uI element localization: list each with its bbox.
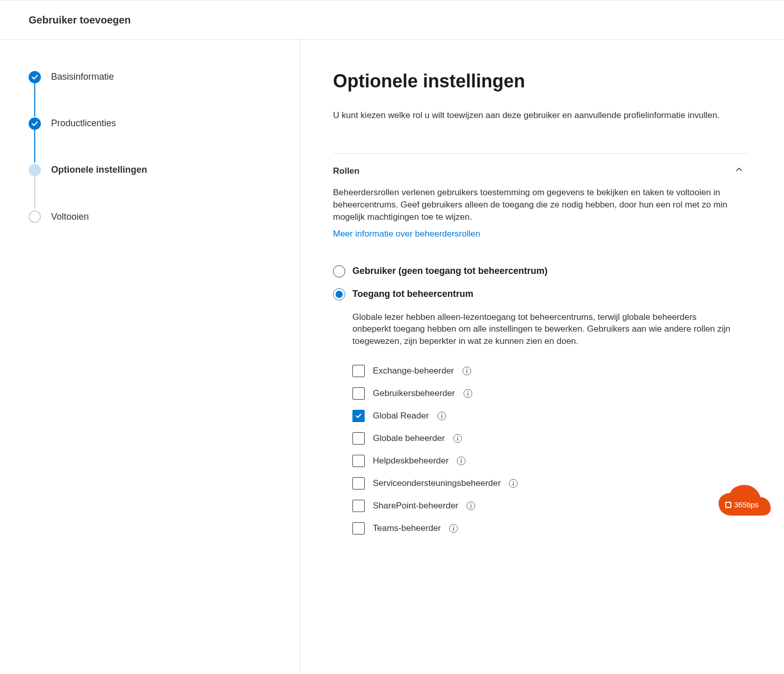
- svg-point-1: [466, 369, 467, 370]
- checkbox-label: Gebruikersbeheerder: [373, 387, 455, 400]
- role-teams-beheerder[interactable]: Teams-beheerder: [352, 522, 731, 534]
- svg-point-22: [453, 526, 454, 527]
- roles-description: Beheerdersrollen verlenen gebruikers toe…: [333, 187, 731, 223]
- step-basisinformatie[interactable]: Basisinformatie: [29, 71, 271, 83]
- checkbox-icon: [352, 365, 365, 377]
- step-connector: [34, 129, 35, 162]
- checkbox-label: Serviceondersteuningsbeheerder: [373, 477, 501, 490]
- wizard-header: Gebruiker toevoegen: [0, 1, 784, 40]
- role-global-reader[interactable]: Global Reader: [352, 410, 731, 422]
- accordion-rollen-body: Beheerdersrollen verlenen gebruikers toe…: [333, 187, 731, 560]
- checkmark-icon: [29, 71, 41, 83]
- info-icon[interactable]: [509, 479, 518, 488]
- svg-rect-20: [470, 505, 471, 508]
- checkbox-label: Teams-beheerder: [373, 522, 441, 534]
- svg-rect-8: [441, 415, 442, 418]
- 365tips-badge[interactable]: 365tips: [717, 485, 772, 516]
- chevron-up-icon: [735, 166, 743, 177]
- page-title: Optionele instellingen: [333, 68, 747, 94]
- checkbox-label: Globale beheerder: [373, 432, 445, 445]
- checkbox-icon: [352, 387, 365, 400]
- checkbox-label: Global Reader: [373, 410, 429, 422]
- info-icon[interactable]: [449, 524, 458, 533]
- svg-point-13: [461, 459, 462, 460]
- svg-rect-23: [453, 527, 454, 530]
- accordion-rollen-header[interactable]: Rollen: [333, 154, 747, 187]
- badge-text: 365tips: [725, 499, 758, 510]
- accordion-title: Rollen: [333, 165, 360, 177]
- role-helpdeskbeheerder[interactable]: Helpdeskbeheerder: [352, 455, 731, 467]
- svg-point-4: [467, 391, 468, 392]
- svg-rect-25: [726, 503, 730, 507]
- info-icon[interactable]: [466, 501, 476, 510]
- step-productlicenties[interactable]: Productlicenties: [29, 117, 271, 130]
- admin-roles-list: Exchange-beheerder Gebruikersbeheerder G…: [352, 365, 731, 534]
- page-description: U kunt kiezen welke rol u wilt toewijzen…: [333, 109, 742, 122]
- svg-rect-17: [513, 482, 514, 485]
- step-pending-icon: [29, 211, 41, 223]
- role-sharepoint-beheerder[interactable]: SharePoint-beheerder: [352, 500, 731, 512]
- info-icon[interactable]: [457, 456, 466, 466]
- svg-rect-2: [466, 370, 467, 373]
- access-radio-group: Gebruiker (geen toegang tot beheercentru…: [333, 265, 731, 534]
- checkbox-label: Helpdeskbeheerder: [373, 455, 448, 467]
- step-label: Productlicenties: [51, 117, 116, 130]
- checkbox-icon: [352, 410, 365, 422]
- radio-user-no-admin[interactable]: Gebruiker (geen toegang tot beheercentru…: [333, 265, 731, 277]
- info-icon[interactable]: [437, 411, 446, 421]
- radio-label: Gebruiker (geen toegang tot beheercentru…: [352, 265, 548, 277]
- step-optionele-instellingen[interactable]: Optionele instellingen: [29, 164, 271, 176]
- svg-point-19: [470, 504, 471, 505]
- info-icon[interactable]: [453, 434, 462, 443]
- step-label: Basisinformatie: [51, 71, 114, 83]
- role-globale-beheerder[interactable]: Globale beheerder: [352, 432, 731, 445]
- step-current-icon: [29, 164, 41, 176]
- step-connector: [34, 175, 35, 208]
- wizard-steps-sidebar: Basisinformatie Productlicenties Optione…: [0, 40, 300, 673]
- info-icon[interactable]: [463, 389, 472, 398]
- step-label: Voltooien: [51, 211, 89, 223]
- step-connector: [34, 83, 35, 117]
- role-gebruikersbeheerder[interactable]: Gebruikersbeheerder: [352, 387, 731, 400]
- checkbox-icon: [352, 500, 365, 512]
- wizard-main-panel: Optionele instellingen U kunt kiezen wel…: [300, 40, 784, 673]
- admin-access-description: Globale lezer hebben alleen-lezentoegang…: [352, 311, 730, 347]
- svg-rect-11: [457, 437, 458, 440]
- radio-icon: [333, 288, 345, 300]
- checkbox-icon: [352, 477, 365, 490]
- step-label: Optionele instellingen: [51, 164, 147, 176]
- svg-rect-5: [467, 392, 468, 396]
- checkmark-icon: [29, 118, 41, 130]
- wizard-title: Gebruiker toevoegen: [29, 13, 755, 27]
- admin-roles-more-info-link[interactable]: Meer informatie over beheerdersrollen: [333, 229, 480, 239]
- svg-point-7: [441, 414, 442, 415]
- checkbox-icon: [352, 522, 365, 534]
- step-voltooien[interactable]: Voltooien: [29, 211, 271, 223]
- checkbox-icon: [352, 432, 365, 445]
- role-exchange-beheerder[interactable]: Exchange-beheerder: [352, 365, 731, 377]
- role-serviceondersteuningsbeheerder[interactable]: Serviceondersteuningsbeheerder: [352, 477, 731, 490]
- svg-rect-14: [461, 460, 462, 463]
- radio-icon: [333, 265, 345, 277]
- info-icon[interactable]: [462, 366, 471, 376]
- checkbox-label: Exchange-beheerder: [373, 365, 454, 377]
- svg-point-16: [513, 481, 514, 482]
- radio-admin-access[interactable]: Toegang tot beheercentrum: [333, 288, 731, 300]
- checkbox-icon: [352, 455, 365, 467]
- checkbox-label: SharePoint-beheerder: [373, 500, 458, 512]
- radio-label: Toegang tot beheercentrum: [352, 288, 473, 300]
- svg-point-10: [457, 436, 458, 437]
